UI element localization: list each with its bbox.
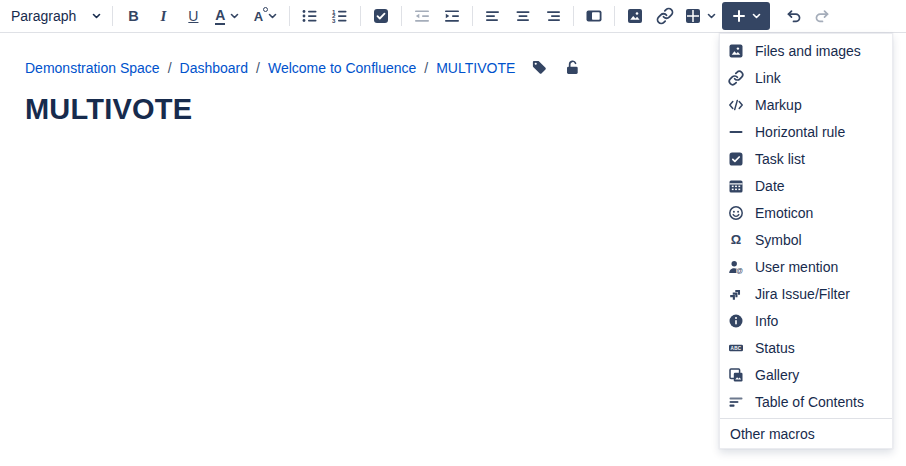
align-center-button[interactable] bbox=[508, 3, 538, 29]
menu-item-emoticon[interactable]: Emoticon bbox=[720, 199, 892, 226]
menu-item-date[interactable]: Date bbox=[720, 172, 892, 199]
align-right-icon bbox=[544, 7, 562, 25]
svg-text:Ω: Ω bbox=[731, 232, 741, 247]
link-icon bbox=[656, 7, 674, 25]
numbered-list-button[interactable]: 123 bbox=[325, 3, 355, 29]
breadcrumb-separator: / bbox=[168, 60, 172, 76]
menu-item-symbol[interactable]: Ω Symbol bbox=[720, 226, 892, 253]
breadcrumb-link-dashboard[interactable]: Dashboard bbox=[180, 60, 249, 76]
menu-item-label: Jira Issue/Filter bbox=[755, 286, 850, 302]
paragraph-style-label: Paragraph bbox=[11, 8, 76, 24]
outdent-button[interactable] bbox=[407, 3, 437, 29]
horizontal-rule-icon bbox=[728, 124, 744, 140]
undo-button[interactable] bbox=[778, 3, 808, 29]
bullet-list-icon bbox=[301, 7, 319, 25]
menu-item-label: Status bbox=[755, 340, 795, 356]
menu-item-user-mention[interactable]: @ User mention bbox=[720, 253, 892, 280]
menu-item-label: Horizontal rule bbox=[755, 124, 845, 140]
link-icon bbox=[728, 70, 744, 86]
menu-item-label: User mention bbox=[755, 259, 838, 275]
menu-item-link[interactable]: Link bbox=[720, 64, 892, 91]
insert-more-content-button[interactable] bbox=[722, 2, 770, 30]
menu-item-label: Task list bbox=[755, 151, 805, 167]
svg-text:ABC: ABC bbox=[730, 345, 741, 350]
toolbar-divider bbox=[289, 6, 290, 26]
menu-item-table-of-contents[interactable]: Table of Contents bbox=[720, 388, 892, 415]
chevron-down-icon bbox=[268, 13, 277, 19]
chevron-down-icon bbox=[92, 13, 101, 19]
toolbar-divider bbox=[360, 6, 361, 26]
gallery-icon bbox=[728, 367, 744, 383]
task-list-button[interactable] bbox=[366, 3, 396, 29]
text-color-button[interactable]: A bbox=[208, 3, 246, 29]
page-layout-icon bbox=[585, 7, 603, 25]
toolbar-divider bbox=[401, 6, 402, 26]
numbered-list-icon: 123 bbox=[331, 7, 349, 25]
chevron-down-icon bbox=[752, 13, 761, 19]
breadcrumb-link-welcome-to-confluence[interactable]: Welcome to Confluence bbox=[268, 60, 416, 76]
align-center-icon bbox=[514, 7, 532, 25]
chevron-down-icon bbox=[230, 13, 239, 19]
menu-item-gallery[interactable]: Gallery bbox=[720, 361, 892, 388]
image-icon bbox=[728, 43, 744, 59]
menu-item-label: Symbol bbox=[755, 232, 802, 248]
bullet-list-button[interactable] bbox=[295, 3, 325, 29]
toc-icon bbox=[728, 394, 744, 410]
task-list-icon bbox=[728, 151, 744, 167]
menu-item-other-macros[interactable]: Other macros bbox=[720, 418, 892, 448]
table-button[interactable] bbox=[680, 3, 720, 29]
menu-item-jira-issue-filter[interactable]: Jira Issue/Filter bbox=[720, 280, 892, 307]
files-and-images-button[interactable] bbox=[620, 3, 650, 29]
undo-icon bbox=[784, 7, 802, 25]
svg-text:3: 3 bbox=[332, 17, 336, 24]
omega-icon: Ω bbox=[728, 232, 744, 248]
toolbar-divider bbox=[112, 6, 113, 26]
page-layout-button[interactable] bbox=[579, 3, 609, 29]
indent-icon bbox=[443, 7, 461, 25]
breadcrumb-link-multivote[interactable]: MULTIVOTE bbox=[436, 60, 515, 76]
task-list-icon bbox=[372, 7, 390, 25]
menu-item-label: Files and images bbox=[755, 43, 861, 59]
jira-icon bbox=[728, 286, 744, 302]
menu-item-markup[interactable]: Markup bbox=[720, 91, 892, 118]
bold-icon: B bbox=[128, 8, 138, 24]
align-left-button[interactable] bbox=[478, 3, 508, 29]
menu-item-label: Table of Contents bbox=[755, 394, 864, 410]
redo-button[interactable] bbox=[808, 3, 838, 29]
restrictions-button[interactable] bbox=[564, 59, 581, 76]
chevron-down-icon bbox=[707, 13, 716, 19]
menu-item-label: Markup bbox=[755, 97, 802, 113]
edit-labels-button[interactable] bbox=[531, 59, 548, 76]
paragraph-style-select[interactable]: Paragraph bbox=[8, 3, 107, 29]
menu-item-label: Info bbox=[755, 313, 778, 329]
tag-icon bbox=[531, 59, 548, 76]
menu-item-horizontal-rule[interactable]: Horizontal rule bbox=[720, 118, 892, 145]
breadcrumb-separator: / bbox=[424, 60, 428, 76]
toolbar-divider bbox=[573, 6, 574, 26]
breadcrumb-link-demonstration-space[interactable]: Demonstration Space bbox=[25, 60, 160, 76]
more-formatting-button[interactable]: A bbox=[246, 3, 284, 29]
image-icon bbox=[626, 7, 644, 25]
italic-button[interactable]: I bbox=[148, 3, 178, 29]
menu-item-task-list[interactable]: Task list bbox=[720, 145, 892, 172]
emoticon-icon bbox=[728, 205, 744, 221]
status-icon: ABC bbox=[728, 340, 744, 356]
align-right-button[interactable] bbox=[538, 3, 568, 29]
underline-icon: U bbox=[188, 8, 198, 24]
menu-item-label: Link bbox=[755, 70, 781, 86]
underline-button[interactable]: U bbox=[178, 3, 208, 29]
more-formatting-icon: A bbox=[254, 10, 263, 23]
menu-item-status[interactable]: ABC Status bbox=[720, 334, 892, 361]
menu-item-files-and-images[interactable]: Files and images bbox=[720, 37, 892, 64]
menu-item-info[interactable]: Info bbox=[720, 307, 892, 334]
table-icon bbox=[684, 7, 702, 25]
toolbar-divider bbox=[472, 6, 473, 26]
user-mention-icon: @ bbox=[728, 259, 744, 275]
markup-icon bbox=[728, 97, 744, 113]
insert-link-button[interactable] bbox=[650, 3, 680, 29]
bold-button[interactable]: B bbox=[118, 3, 148, 29]
indent-button[interactable] bbox=[437, 3, 467, 29]
outdent-icon bbox=[413, 7, 431, 25]
redo-icon bbox=[814, 7, 832, 25]
text-color-icon: A bbox=[215, 8, 225, 25]
